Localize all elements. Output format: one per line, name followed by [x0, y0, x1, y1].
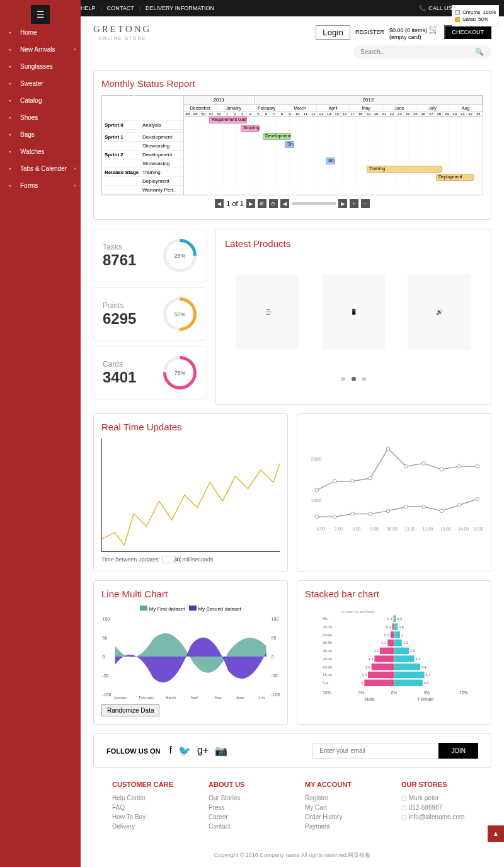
instagram-icon[interactable]: 📷	[215, 745, 227, 757]
gantt-collapse[interactable]: ⊖	[269, 199, 278, 208]
product-watch[interactable]: ⌚	[236, 274, 299, 350]
dot-3[interactable]	[362, 377, 366, 381]
help-link[interactable]: HELP	[81, 5, 96, 11]
svg-text:-100: -100	[272, 692, 280, 697]
footer-link[interactable]: ◌ 012-586987	[401, 804, 472, 811]
gantt-zoom-slider[interactable]	[292, 202, 336, 205]
gantt-minus[interactable]: −	[361, 199, 370, 208]
footer-link[interactable]: My Cart	[305, 804, 376, 811]
delivery-link[interactable]: DELIVERY INFORMATION	[146, 5, 214, 11]
sidebar-item-2[interactable]: ▫Sunglasses	[0, 58, 81, 75]
svg-text:0: 0	[103, 655, 105, 659]
stat-points: Points629550%	[93, 287, 207, 341]
svg-text:85+: 85+	[323, 617, 329, 621]
scroll-top-button[interactable]: ▲	[488, 825, 504, 842]
svg-text:10%: 10%	[459, 691, 467, 695]
product-speaker[interactable]: 🔊	[408, 274, 471, 350]
sidebar-item-1[interactable]: ▫New Arrivals›	[0, 41, 81, 58]
join-button[interactable]: JOIN	[438, 743, 478, 759]
register-link[interactable]: REGISTER	[355, 29, 384, 35]
footer-link[interactable]: Press	[209, 804, 280, 811]
svg-text:35-39: 35-39	[323, 657, 331, 661]
nav-icon: ▫	[9, 47, 15, 53]
footer-link[interactable]: Delivery	[112, 823, 183, 830]
footer-link[interactable]: Help Center	[112, 795, 183, 801]
sidebar-item-4[interactable]: ▫Catalog	[0, 92, 81, 109]
svg-text:JS chart by amCharts: JS chart by amCharts	[341, 610, 375, 614]
randomize-button[interactable]: Randomize Data	[101, 704, 159, 716]
login-button[interactable]: Login	[316, 25, 350, 40]
checkout-button[interactable]: CHECKOUT	[444, 25, 491, 39]
googleplus-icon[interactable]: g+	[197, 745, 209, 757]
sidebar-item-9[interactable]: ▫Forms›	[0, 177, 81, 194]
footer-link[interactable]: ◌ Mark peter	[401, 795, 472, 801]
svg-text:0.6: 0.6	[384, 633, 389, 637]
cart-summary[interactable]: $0.00 (0 items) 🛒 (empty card)	[389, 24, 440, 40]
gantt-expand[interactable]: ⊕	[258, 199, 266, 208]
twitter-icon[interactable]: 🐦	[178, 745, 191, 757]
dot-2[interactable]	[352, 377, 356, 381]
follow-label: FOLLOW US ON	[106, 747, 161, 755]
logo[interactable]: GRETONG ONLINE STORE	[93, 24, 151, 40]
phone-icon: 📞	[419, 5, 426, 11]
search-icon[interactable]: 🔍	[475, 48, 484, 56]
latest-products-panel: Latest Products ⌚ 📱 🔊	[215, 229, 491, 405]
hamburger-menu[interactable]: ☰	[31, 5, 50, 24]
footer-link[interactable]: Career	[209, 813, 280, 820]
footer-link[interactable]: Our Stories	[209, 795, 280, 801]
svg-text:0%: 0%	[391, 691, 398, 695]
email-input[interactable]	[312, 743, 438, 759]
svg-text:June: June	[236, 696, 245, 699]
contact-link[interactable]: CONTACT	[107, 5, 134, 11]
product-selfie-stick[interactable]: 📱	[322, 274, 385, 350]
gantt-plus[interactable]: +	[350, 199, 358, 208]
svg-text:2000: 2000	[311, 456, 321, 462]
footer-link[interactable]: Register	[305, 795, 376, 801]
sidebar-item-3[interactable]: ▫Sweater	[0, 75, 81, 92]
nav-icon: ▫	[9, 132, 15, 138]
footer-col-3: OUR STORES◌ Mark peter◌ 012-586987◌ info…	[401, 781, 472, 832]
population-pyramid: JS chart by amCharts 85+0.10.375-790.30.…	[305, 606, 483, 703]
dot-1[interactable]	[341, 377, 345, 381]
donut-chart: 75%	[163, 355, 197, 390]
nav-icon: ▫	[9, 183, 15, 189]
svg-text:1000: 1000	[311, 498, 321, 503]
svg-rect-91	[368, 672, 394, 678]
sidebar-item-8[interactable]: ▫Tabs & Calender›	[0, 160, 81, 177]
nav-icon: ▫	[9, 98, 15, 104]
svg-text:July: July	[259, 696, 266, 699]
svg-point-23	[440, 509, 444, 513]
svg-text:April: April	[191, 696, 198, 699]
footer-link[interactable]: Payment	[305, 823, 376, 830]
svg-rect-62	[394, 623, 398, 629]
search-input[interactable]	[360, 49, 475, 55]
svg-text:Male: Male	[364, 696, 374, 702]
sidebar-item-6[interactable]: ▫Bags	[0, 126, 81, 143]
gantt-fwd[interactable]: ▶	[338, 199, 347, 208]
gantt-back[interactable]: ◀	[280, 199, 289, 208]
svg-point-13	[440, 468, 444, 471]
footer-link[interactable]: How To Buy	[112, 813, 183, 820]
svg-rect-97	[394, 680, 423, 686]
interval-input[interactable]	[162, 556, 181, 563]
footer-link[interactable]: Contact	[209, 823, 280, 830]
sidebar-item-7[interactable]: ▫Watches	[0, 143, 81, 160]
gantt-prev[interactable]: ◀	[215, 199, 224, 208]
svg-rect-92	[394, 672, 425, 678]
footer-link[interactable]: ◌ info@sitename.com	[401, 813, 472, 820]
gantt-next[interactable]: ▶	[246, 199, 255, 208]
svg-point-6	[315, 488, 319, 492]
sidebar-item-5[interactable]: ▫Shoes	[0, 109, 81, 126]
svg-rect-86	[372, 663, 394, 670]
svg-text:15-19: 15-19	[323, 673, 331, 677]
svg-text:12.00: 12.00	[423, 527, 433, 531]
svg-text:5%: 5%	[358, 691, 365, 695]
svg-text:3.3: 3.3	[369, 657, 374, 661]
footer-link[interactable]: FAQ	[112, 804, 183, 811]
sidebar-item-0[interactable]: ▫Home	[0, 24, 81, 41]
facebook-icon[interactable]: f	[169, 745, 172, 757]
line-legend: Chrome 100% Safari 50%	[452, 5, 499, 26]
footer-col-0: CUSTOMER CAREHelp CenterFAQHow To BuyDel…	[112, 781, 183, 832]
footer-link[interactable]: Order History	[305, 813, 376, 820]
donut-chart: 50%	[163, 297, 197, 331]
